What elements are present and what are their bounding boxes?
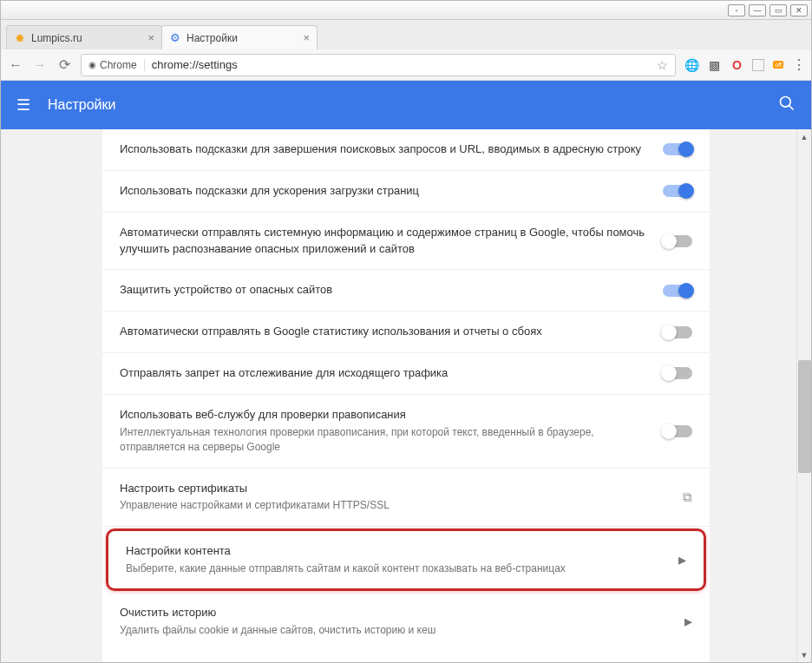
chrome-icon: ◉ [88,60,96,69]
row-title: Настроить сертификаты [120,481,671,497]
row-text: Использовать подсказки для завершения по… [120,141,651,158]
toggle-switch[interactable] [663,367,692,379]
scrollbar[interactable]: ▲ ▼ [796,129,811,662]
highlighted-row: Настройки контентаВыберите, какие данные… [106,528,706,591]
close-icon[interactable]: × [303,31,310,44]
row-title: Использовать веб-службу для проверки пра… [120,407,651,423]
row-text: Автоматически отправлять в Google статис… [120,324,651,340]
settings-row[interactable]: Настроить сертификатыУправление настройк… [102,469,710,527]
browser-window: ◦ — ▭ ✕ ✸ Lumpics.ru × ⚙ Настройки × ← →… [0,0,812,663]
row-text: Очистить историюУдалить файлы cookie и д… [120,605,672,638]
svg-line-1 [789,105,794,109]
row-title: Автоматически отправлять в Google статис… [120,324,651,340]
row-title: Использовать подсказки для завершения по… [120,141,651,158]
row-title: Очистить историю [120,605,672,621]
settings-row: Защитить устройство от опасных сайтов [102,270,710,312]
close-icon[interactable]: × [147,31,154,44]
window-user-icon[interactable]: ◦ [728,4,745,16]
star-icon[interactable]: ☆ [657,58,668,72]
window-titlebar: ◦ — ▭ ✕ [1,1,811,20]
toggle-switch[interactable] [663,425,692,437]
content-area: Использовать подсказки для завершения по… [1,129,811,662]
settings-row: Использовать веб-службу для проверки пра… [102,395,710,469]
extension-square-icon[interactable]: ▩ [707,58,721,72]
row-title: Отправлять запрет на отслеживание для ис… [120,365,651,382]
tab-lumpics[interactable]: ✸ Lumpics.ru × [6,25,162,49]
settings-row[interactable]: Очистить историюУдалить файлы cookie и д… [102,593,710,650]
reload-button[interactable]: ⟳ [56,56,72,73]
tab-settings[interactable]: ⚙ Настройки × [161,25,318,49]
row-text: Автоматически отправлять системную инфор… [120,225,651,258]
settings-row: Автоматически отправлять системную инфор… [102,213,710,271]
settings-row: Отправлять запрет на отслеживание для ис… [102,353,710,395]
favicon-lumpics-icon: ✸ [14,32,26,44]
row-text: Использовать веб-службу для проверки пра… [120,407,651,456]
hamburger-icon[interactable]: ☰ [16,95,30,115]
toolbar: ← → ⟳ ◉ Chrome chrome://settings ☆ 🌐 ▩ O… [1,49,811,81]
scroll-thumb[interactable] [798,360,811,473]
toggle-switch[interactable] [663,235,692,247]
scroll-down-icon[interactable]: ▼ [797,647,811,662]
extension-opera-icon[interactable]: O [730,58,743,72]
settings-panel: Использовать подсказки для завершения по… [102,129,710,662]
row-text: Использовать подсказки для ускорения заг… [120,183,651,200]
row-text: Настроить сертификатыУправление настройк… [120,481,671,514]
search-icon[interactable] [778,95,796,116]
row-title: Защитить устройство от опасных сайтов [120,282,651,299]
row-subtitle: Выберите, какие данные отправлять сайтам… [126,561,666,576]
tab-strip: ✸ Lumpics.ru × ⚙ Настройки × [1,20,811,49]
row-title: Автоматически отправлять системную инфор… [120,225,651,258]
settings-header: ☰ Настройки [1,81,811,129]
window-maximize-button[interactable]: ▭ [769,4,787,16]
settings-row: Использовать подсказки для завершения по… [102,129,710,171]
settings-row[interactable]: Настройки контентаВыберите, какие данные… [108,531,704,588]
tab-title: Lumpics.ru [31,32,82,44]
scroll-up-icon[interactable]: ▲ [797,129,811,144]
row-title: Настройки контента [126,543,666,560]
row-subtitle: Удалить файлы cookie и данные сайтов, оч… [120,623,672,638]
window-minimize-button[interactable]: — [749,4,766,16]
url-text: chrome://settings [152,58,238,71]
row-text: Настройки контентаВыберите, какие данные… [126,543,666,576]
toggle-switch[interactable] [663,143,692,155]
svg-point-0 [781,96,791,107]
tab-title: Настройки [187,32,238,44]
row-subtitle: Интеллектуальная технология проверки пра… [120,425,651,456]
extension-icons: 🌐 ▩ O off [684,58,783,72]
chevron-right-icon: ▸ [678,550,686,569]
menu-button[interactable]: ⋮ [792,56,804,73]
gear-icon: ⚙ [169,32,181,44]
row-title: Использовать подсказки для ускорения заг… [120,183,651,200]
toggle-switch[interactable] [663,326,692,338]
toggle-switch[interactable] [663,285,692,297]
settings-row: Автоматически отправлять в Google статис… [102,312,710,353]
row-text: Отправлять запрет на отслеживание для ис… [120,365,651,382]
extension-globe-icon[interactable]: 🌐 [684,58,698,72]
external-link-icon: ⧉ [683,489,692,505]
chevron-right-icon: ▸ [684,612,692,631]
page-title: Настройки [48,97,115,113]
security-label: Chrome [100,59,137,71]
address-bar[interactable]: ◉ Chrome chrome://settings ☆ [81,54,676,76]
window-close-button[interactable]: ✕ [790,4,808,16]
row-text: Защитить устройство от опасных сайтов [120,282,651,299]
extension-box-icon[interactable] [752,59,764,71]
extension-off-badge[interactable]: off [773,61,783,69]
settings-row: Использовать подсказки для ускорения заг… [102,171,710,213]
forward-button[interactable]: → [32,57,48,73]
site-identity[interactable]: ◉ Chrome [88,59,145,71]
back-button[interactable]: ← [8,57,23,73]
row-subtitle: Управление настройками и сертификатами H… [120,498,671,513]
toggle-switch[interactable] [663,185,692,197]
